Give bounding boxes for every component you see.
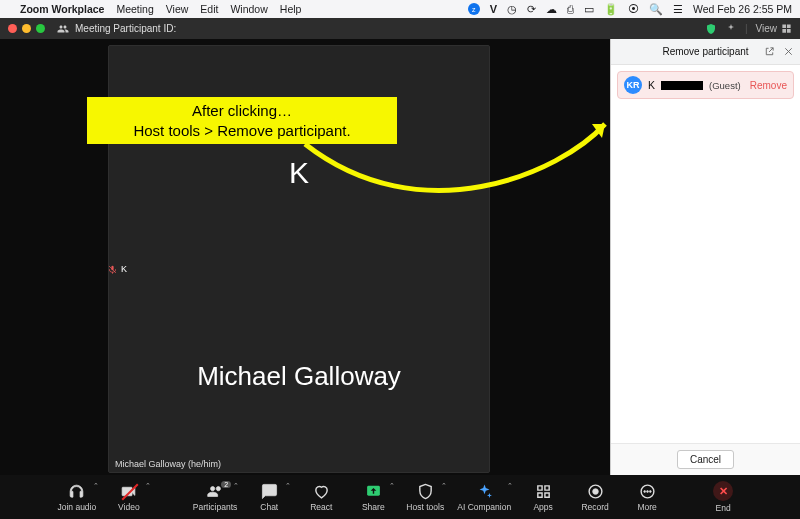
more-label: More (637, 502, 656, 512)
video-button[interactable]: ⌃ Video (109, 483, 149, 512)
tile-participant-name: Michael Galloway (109, 361, 489, 392)
svg-point-5 (643, 490, 645, 492)
react-label: React (310, 502, 332, 512)
window-close-button[interactable] (8, 24, 17, 33)
heart-icon (313, 483, 330, 500)
guest-label: (Guest) (709, 80, 741, 91)
chevron-up-icon[interactable]: ⌃ (389, 482, 395, 490)
menubar-item-meeting[interactable]: Meeting (116, 3, 153, 15)
video-area: K Michael Galloway Michael Galloway (he/… (0, 39, 610, 475)
chevron-up-icon[interactable]: ⌃ (145, 482, 151, 490)
menubar-item-edit[interactable]: Edit (200, 3, 218, 15)
menubar-app-name[interactable]: Zoom Workplace (20, 3, 104, 15)
svg-point-6 (646, 490, 648, 492)
annotation-line2: Host tools > Remove participant. (93, 121, 391, 141)
popout-icon[interactable] (764, 46, 775, 57)
view-label: View (756, 23, 778, 34)
tile-caption: Michael Galloway (he/him) (111, 458, 225, 470)
apps-icon (535, 483, 552, 500)
record-button[interactable]: Record (575, 483, 615, 512)
status-control-center-icon[interactable]: ☰ (673, 4, 683, 15)
menubar-clock[interactable]: Wed Feb 26 2:55 PM (693, 3, 792, 15)
share-label: Share (362, 502, 385, 512)
panel-header: Remove participant (611, 39, 800, 65)
more-icon (639, 483, 656, 500)
tile-initial: K (109, 156, 489, 190)
avatar: KR (624, 76, 642, 94)
chevron-up-icon[interactable]: ⌃ (441, 482, 447, 490)
macos-menubar: Zoom Workplace Meeting View Edit Window … (0, 0, 800, 18)
panel-title: Remove participant (662, 46, 748, 57)
zoom-window: Meeting Participant ID: | View K Michael… (0, 18, 800, 519)
host-tools-label: Host tools (406, 502, 444, 512)
zoom-title-label: Meeting Participant ID: (75, 23, 176, 34)
annotation-callout: After clicking… Host tools > Remove part… (87, 97, 397, 144)
shield-icon (417, 483, 434, 500)
join-audio-button[interactable]: ⌃ Join audio (57, 483, 97, 512)
status-updates-icon[interactable]: ⟳ (527, 4, 536, 15)
status-search-icon[interactable]: 🔍 (649, 4, 663, 15)
menubar-item-window[interactable]: Window (230, 3, 267, 15)
host-tools-button[interactable]: ⌃ Host tools (405, 483, 445, 512)
ai-companion-button[interactable]: ⌃ AI Companion (457, 483, 511, 512)
remove-participant-panel: Remove participant KR K (Guest) Remove (610, 39, 800, 475)
end-button[interactable]: ✕ End (703, 481, 743, 513)
join-audio-label: Join audio (57, 502, 96, 512)
shield-icon[interactable] (705, 23, 717, 35)
sparkle-icon (476, 483, 493, 500)
menubar-item-view[interactable]: View (166, 3, 189, 15)
ai-label: AI Companion (457, 502, 511, 512)
chevron-up-icon[interactable]: ⌃ (233, 482, 239, 490)
status-cloud-icon[interactable]: ☁ (546, 4, 557, 15)
more-button[interactable]: More (627, 483, 667, 512)
thumbnail-strip: K (108, 264, 127, 274)
status-battery-icon[interactable]: 🔋 (604, 4, 618, 15)
participant-name-prefix: K (648, 79, 655, 91)
svg-point-7 (649, 490, 651, 492)
record-label: Record (581, 502, 608, 512)
end-label: End (716, 503, 731, 513)
chevron-up-icon[interactable]: ⌃ (93, 482, 99, 490)
window-controls (8, 24, 45, 33)
apps-label: Apps (533, 502, 552, 512)
cancel-button[interactable]: Cancel (677, 450, 734, 469)
annotation-line1: After clicking… (93, 101, 391, 121)
apps-button[interactable]: Apps (523, 483, 563, 512)
zoom-titlebar: Meeting Participant ID: | View (0, 18, 800, 39)
share-screen-icon (365, 483, 382, 500)
participants-label: Participants (193, 502, 237, 512)
chevron-up-icon[interactable]: ⌃ (507, 482, 513, 490)
participant-row[interactable]: KR K (Guest) Remove (617, 71, 794, 99)
close-icon[interactable] (783, 46, 794, 57)
participants-button[interactable]: 2 ⌃ Participants (193, 483, 237, 512)
thumbnail-label: K (121, 264, 127, 274)
window-minimize-button[interactable] (22, 24, 31, 33)
share-button[interactable]: ⌃ Share (353, 483, 393, 512)
window-zoom-button[interactable] (36, 24, 45, 33)
status-v-icon[interactable]: V (490, 4, 497, 15)
remove-link[interactable]: Remove (750, 80, 787, 91)
chat-icon (261, 483, 278, 500)
svg-point-3 (592, 488, 598, 494)
status-wifi-icon[interactable]: ⦿ (628, 4, 639, 15)
react-button[interactable]: React (301, 483, 341, 512)
status-stopwatch-icon[interactable]: ◷ (507, 4, 517, 15)
meeting-toolbar: ⌃ Join audio ⌃ Video 2 ⌃ Participants ⌃ … (0, 475, 800, 519)
status-display-icon[interactable]: ▭ (584, 4, 594, 15)
record-icon (587, 483, 604, 500)
mic-muted-icon (108, 265, 117, 274)
chat-button[interactable]: ⌃ Chat (249, 483, 289, 512)
end-x-icon: ✕ (713, 481, 733, 501)
headphones-icon (68, 483, 85, 500)
status-printer-icon[interactable]: ⎙ (567, 4, 574, 15)
status-zoom-icon[interactable]: z (468, 3, 480, 15)
redacted-name (661, 81, 703, 90)
participants-title-icon (57, 23, 69, 35)
view-button[interactable]: View (756, 23, 793, 34)
grid-icon (781, 23, 792, 34)
sparkle-icon[interactable] (725, 23, 737, 35)
chat-label: Chat (260, 502, 278, 512)
chevron-up-icon[interactable]: ⌃ (285, 482, 291, 490)
video-label: Video (118, 502, 140, 512)
menubar-item-help[interactable]: Help (280, 3, 302, 15)
